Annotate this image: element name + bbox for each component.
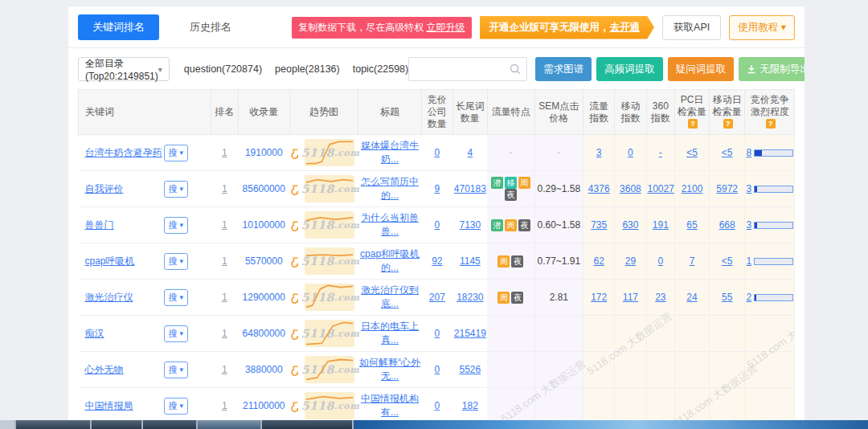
title-link[interactable]: cpap和呼吸机的... <box>360 248 420 273</box>
high-frequency-extract-button[interactable]: 高频词提取 <box>596 57 663 81</box>
demand-map-button[interactable]: 需求图谱 <box>535 57 592 81</box>
trend-chart[interactable]: 5118.com <box>290 247 359 275</box>
tab-history-ranking[interactable]: 历史排名 <box>190 20 231 35</box>
trend-chart[interactable]: 5118.com <box>290 175 359 202</box>
mobile-index-link[interactable]: 0 <box>628 147 633 158</box>
rank-link[interactable]: 1 <box>222 292 227 303</box>
stat-topic[interactable]: topic(22598) <box>353 63 409 75</box>
bid-companies-link[interactable]: 207 <box>429 292 445 303</box>
title-link[interactable]: 激光治疗仪到底... <box>361 284 419 309</box>
flow-index-link[interactable]: 735 <box>591 219 607 231</box>
title-link[interactable]: 日本的电车上真... <box>361 321 419 345</box>
longtail-link[interactable]: 470183 <box>454 183 486 194</box>
trend-chart[interactable]: 5118.com <box>290 320 359 347</box>
flow-index-link[interactable]: 62 <box>594 255 604 267</box>
keyword-search-button[interactable]: 搜 ▾ <box>164 181 189 198</box>
enterprise-link[interactable]: 去开通 <box>610 22 641 33</box>
pc-daily-link[interactable]: 7 <box>690 255 695 267</box>
mobile-index-link[interactable]: 117 <box>623 292 638 303</box>
keyword-search-button[interactable]: 搜 ▾ <box>164 289 189 306</box>
rank-link[interactable]: 1 <box>222 364 227 375</box>
keyword-search-button[interactable]: 搜 ▾ <box>164 398 189 415</box>
mobile-daily-link[interactable]: <5 <box>722 255 733 267</box>
taskbar-fragment[interactable] <box>92 420 141 429</box>
mobile-daily-link[interactable]: <5 <box>722 147 733 158</box>
keyword-link[interactable]: 台湾牛奶含避孕药 <box>85 147 162 159</box>
index-360-link[interactable]: - <box>659 147 662 158</box>
bid-companies-link[interactable]: 9 <box>435 183 440 194</box>
keyword-link[interactable]: cpap呼吸机 <box>85 255 162 268</box>
search-input[interactable] <box>409 59 509 80</box>
trend-chart[interactable]: 5118.com <box>290 211 359 239</box>
longtail-link[interactable]: 215419 <box>454 328 486 339</box>
index-360-link[interactable]: 10027 <box>648 183 674 194</box>
flow-index-link[interactable]: 172 <box>591 292 607 303</box>
directory-select[interactable]: 全部目录(Top20:2149851) ▾ <box>78 57 170 81</box>
mobile-daily-link[interactable]: 5972 <box>716 183 738 194</box>
competition-link[interactable]: 8 <box>746 147 751 158</box>
keyword-link[interactable]: 中国情报局 <box>85 400 162 412</box>
title-link[interactable]: 媒体爆台湾牛奶... <box>361 140 419 165</box>
pc-daily-link[interactable]: <5 <box>686 147 698 158</box>
longtail-link[interactable]: 5526 <box>460 364 481 375</box>
competition-link[interactable]: 2 <box>746 292 751 303</box>
mobile-index-link[interactable]: 630 <box>622 219 638 231</box>
flow-index-link[interactable]: 3 <box>596 147 602 158</box>
help-icon[interactable]: ? <box>766 119 776 129</box>
trend-chart[interactable]: 5118.com <box>290 356 359 383</box>
longtail-link[interactable]: 1145 <box>460 255 481 267</box>
longtail-link[interactable]: 18230 <box>457 292 483 303</box>
bid-companies-link[interactable]: 0 <box>435 364 440 375</box>
title-link[interactable]: 怎么写简历中的... <box>361 176 419 201</box>
taskbar-fragment[interactable] <box>143 420 196 429</box>
taskbar-fragment[interactable] <box>262 420 352 429</box>
keyword-search-button[interactable]: 搜 ▾ <box>164 325 189 342</box>
rank-link[interactable]: 1 <box>222 219 227 231</box>
keyword-link[interactable]: 痴汉 <box>85 328 162 340</box>
pc-daily-link[interactable]: 65 <box>686 219 697 231</box>
mobile-daily-link[interactable]: 55 <box>722 292 732 303</box>
help-icon[interactable]: ? <box>688 119 698 129</box>
keyword-search-button[interactable]: 搜 ▾ <box>164 362 189 378</box>
index-360-link[interactable]: 0 <box>657 255 663 267</box>
competition-link[interactable]: 3 <box>746 183 751 194</box>
rank-link[interactable]: 1 <box>222 255 227 267</box>
competition-link[interactable]: 3 <box>746 219 751 231</box>
bid-companies-link[interactable]: 0 <box>435 219 440 231</box>
mobile-daily-link[interactable]: 668 <box>719 219 735 231</box>
get-api-button[interactable]: 获取API <box>662 15 721 40</box>
title-link[interactable]: 中国情报机构有... <box>361 393 419 418</box>
competition-link[interactable]: 1 <box>746 255 751 267</box>
keyword-link[interactable]: 心外无物 <box>85 364 162 376</box>
rank-link[interactable]: 1 <box>222 147 227 158</box>
trend-chart[interactable]: 5118.com <box>290 392 359 419</box>
index-360-link[interactable]: 191 <box>653 219 669 231</box>
stat-people[interactable]: people(28136) <box>275 63 340 75</box>
mobile-index-link[interactable]: 3608 <box>620 183 641 194</box>
title-link[interactable]: 为什么当初兽兽... <box>361 212 419 237</box>
upgrade-link[interactable]: 立即升级 <box>427 22 465 33</box>
keyword-link[interactable]: 自我评价 <box>85 183 162 195</box>
keyword-search-button[interactable]: 搜 ▾ <box>164 217 189 234</box>
taskbar-fragment[interactable] <box>198 420 260 429</box>
question-words-extract-button[interactable]: 疑问词提取 <box>668 57 735 81</box>
unlimited-export-button[interactable]: 无限制导出 <box>739 57 805 81</box>
keyword-search-button[interactable]: 搜 ▾ <box>164 253 189 270</box>
index-360-link[interactable]: 23 <box>655 292 665 303</box>
pc-daily-link[interactable]: 2100 <box>682 183 703 194</box>
bid-companies-link[interactable]: 0 <box>435 400 440 411</box>
trend-chart[interactable]: 5118.com <box>290 284 359 311</box>
help-icon[interactable]: ? <box>723 119 733 129</box>
keyword-link[interactable]: 激光治疗仪 <box>85 292 162 304</box>
bid-companies-link[interactable]: 0 <box>435 147 440 158</box>
longtail-link[interactable]: 4 <box>468 147 473 158</box>
tab-keyword-ranking[interactable]: 关键词排名 <box>78 14 159 40</box>
flow-index-link[interactable]: 4376 <box>588 183 610 194</box>
taskbar-fragment[interactable] <box>16 420 90 429</box>
mobile-index-link[interactable]: 29 <box>625 255 636 267</box>
trend-chart[interactable]: 5118.com <box>290 139 359 166</box>
pc-daily-link[interactable]: 24 <box>686 292 697 303</box>
tutorial-button[interactable]: 使用教程 ▾ <box>729 15 795 40</box>
rank-link[interactable]: 1 <box>222 400 227 411</box>
longtail-link[interactable]: 182 <box>462 400 478 411</box>
